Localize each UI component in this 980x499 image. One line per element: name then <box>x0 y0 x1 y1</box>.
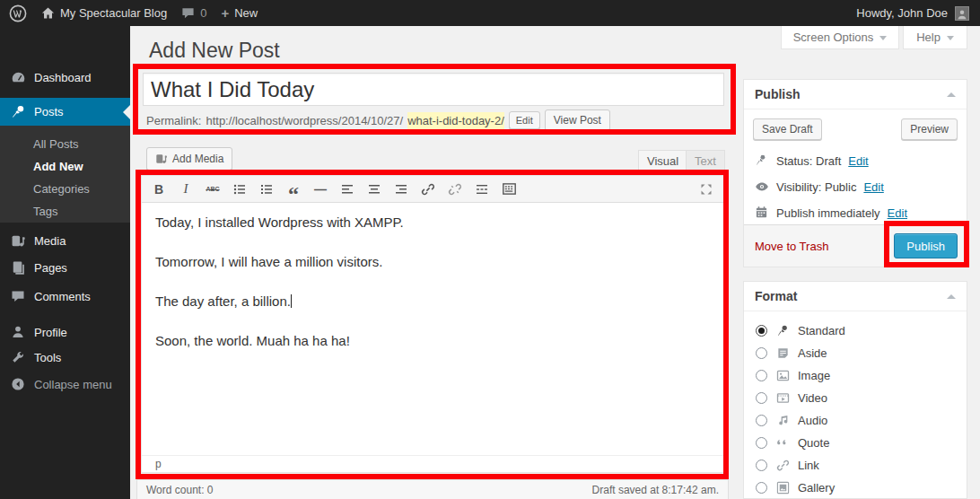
permalink-row: Permalink: http://localhost/wordpress/20… <box>146 109 610 132</box>
more-tag-button[interactable] <box>474 181 490 197</box>
horizontal-rule-button[interactable]: — <box>312 181 328 197</box>
sidebar-item-label: Pages <box>34 261 67 275</box>
editor-paragraph: Today, I installed Wordpress with XAMPP. <box>155 214 710 232</box>
sidebar-item-media[interactable]: Media <box>0 227 130 254</box>
editor-content-area[interactable]: Today, I installed Wordpress with XAMPP.… <box>142 203 723 438</box>
gallery-icon <box>775 481 790 495</box>
radio-unchecked[interactable] <box>756 460 767 471</box>
edit-schedule-link[interactable]: Edit <box>888 206 907 220</box>
format-option-aside[interactable]: Aside <box>756 342 967 364</box>
howdy-account-menu[interactable]: Howdy, John Doe <box>856 6 948 20</box>
sidebar-item-collapse-menu[interactable]: Collapse menu <box>0 371 130 398</box>
comments-menu[interactable]: 0 <box>181 6 206 20</box>
collapse-toggle-icon[interactable] <box>947 92 956 97</box>
sidebar-item-add-new[interactable]: Add New <box>0 155 130 178</box>
toolbar-toggle-button[interactable] <box>501 181 517 197</box>
admin-bar: My Spectacular Blog 0 + New Howdy, John … <box>0 0 980 26</box>
video-icon <box>775 391 790 406</box>
sidebar-item-label: Collapse menu <box>34 378 112 391</box>
avatar[interactable] <box>955 6 969 21</box>
radio-checked[interactable] <box>756 325 767 337</box>
remove-link-button[interactable] <box>447 181 463 197</box>
calendar-icon <box>755 206 769 220</box>
radio-unchecked[interactable] <box>756 347 767 359</box>
move-to-trash-link[interactable]: Move to Trash <box>755 240 828 253</box>
new-content-menu[interactable]: + New <box>221 5 258 21</box>
bold-button[interactable]: B <box>151 181 167 197</box>
sidebar-item-profile[interactable]: Profile <box>0 319 130 346</box>
radio-unchecked[interactable] <box>756 437 767 449</box>
post-title-input[interactable] <box>143 73 724 106</box>
sidebar-item-categories[interactable]: Categories <box>0 178 130 200</box>
wordpress-logo-menu[interactable] <box>9 4 27 22</box>
format-option-gallery[interactable]: Gallery <box>756 477 967 499</box>
tab-visual[interactable]: Visual <box>638 150 687 171</box>
edit-status-link[interactable]: Edit <box>848 154 868 168</box>
edit-permalink-button[interactable]: Edit <box>509 111 540 129</box>
dashboard-icon <box>10 69 26 85</box>
numbered-list-button[interactable] <box>258 181 275 197</box>
format-option-link[interactable]: Link <box>756 454 967 477</box>
permalink-slug[interactable]: what-i-did-today-2/ <box>407 112 504 129</box>
radio-unchecked[interactable] <box>756 415 767 426</box>
sidebar-item-posts[interactable]: Posts <box>0 98 130 126</box>
preview-button[interactable]: Preview <box>901 118 958 140</box>
publish-button[interactable]: Publish <box>894 233 958 258</box>
site-name: My Spectacular Blog <box>60 6 167 20</box>
sidebar-item-tools[interactable]: Tools <box>0 344 130 371</box>
format-option-image[interactable]: Image <box>756 364 967 387</box>
sidebar-item-pages[interactable]: Pages <box>0 254 130 281</box>
collapse-toggle-icon[interactable] <box>947 294 956 299</box>
format-option-video[interactable]: Video <box>756 387 967 409</box>
sidebar-item-dashboard[interactable]: Dashboard <box>0 64 130 91</box>
radio-unchecked[interactable] <box>756 482 767 494</box>
site-menu[interactable]: My Spectacular Blog <box>41 6 167 20</box>
schedule-row: Publish immediately Edit <box>755 206 956 220</box>
eye-icon <box>755 179 769 194</box>
bulleted-list-button[interactable] <box>232 181 248 197</box>
text-cursor <box>291 294 292 308</box>
add-media-button[interactable]: Add Media <box>146 147 232 171</box>
format-options-list: Standard Aside Image Video <box>744 311 967 499</box>
format-panel-header[interactable]: Format <box>744 282 967 311</box>
editor-paragraph: Soon, the world. Muah ha ha ha! <box>155 332 710 350</box>
strikethrough-button[interactable]: ABC <box>205 181 221 197</box>
publish-panel-header[interactable]: Publish <box>744 80 967 109</box>
editor-element-path[interactable]: p <box>142 455 723 472</box>
help-tab[interactable]: Help <box>903 26 967 49</box>
fullscreen-icon[interactable] <box>698 181 714 197</box>
pushpin-icon <box>775 324 790 338</box>
format-option-audio[interactable]: Audio <box>756 409 967 432</box>
editor-paragraph: Tomorrow, I will have a million visitors… <box>155 253 710 271</box>
pages-icon <box>10 259 26 276</box>
format-option-standard[interactable]: Standard <box>756 320 967 342</box>
align-right-button[interactable] <box>393 181 409 197</box>
blockquote-button[interactable]: “ <box>285 186 302 202</box>
format-option-label: Audio <box>798 414 827 427</box>
sidebar-item-comments[interactable]: Comments <box>0 283 130 310</box>
edit-visibility-link[interactable]: Edit <box>863 180 883 194</box>
sidebar-item-all-posts[interactable]: All Posts <box>0 133 130 155</box>
radio-unchecked[interactable] <box>756 370 767 381</box>
publish-panel-title: Publish <box>755 87 801 101</box>
italic-button[interactable]: I <box>178 181 194 197</box>
chevron-down-icon <box>879 36 887 40</box>
new-label: New <box>234 6 258 20</box>
align-left-button[interactable] <box>339 181 355 197</box>
align-center-button[interactable] <box>366 181 382 197</box>
editor-paragraph: The day after, a billion. <box>155 293 710 311</box>
sidebar-item-tags[interactable]: Tags <box>0 200 130 223</box>
save-draft-button[interactable]: Save Draft <box>753 118 822 140</box>
tab-text[interactable]: Text <box>686 150 725 171</box>
screen-options-tab[interactable]: Screen Options <box>781 26 899 49</box>
add-media-label: Add Media <box>172 153 223 165</box>
format-option-label: Image <box>798 369 830 382</box>
pushpin-icon <box>10 104 26 120</box>
format-option-quote[interactable]: Quote <box>756 432 967 454</box>
permalink-label: Permalink: <box>146 114 201 127</box>
status-text: Status: Draft <box>776 154 841 168</box>
view-post-button[interactable]: View Post <box>545 109 610 131</box>
insert-link-button[interactable] <box>420 181 436 197</box>
editor-toolbar: B I ABC “ — <box>142 176 723 203</box>
radio-unchecked[interactable] <box>756 392 767 404</box>
